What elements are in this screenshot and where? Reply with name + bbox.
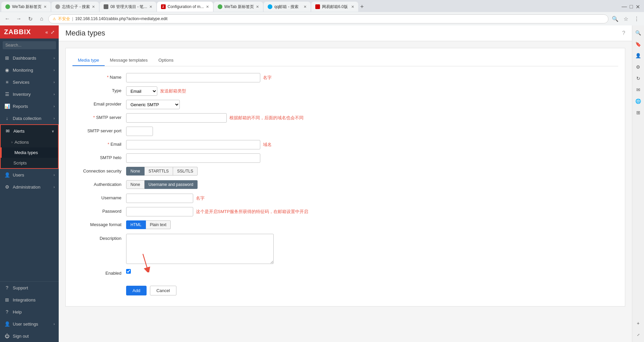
bookmark-button[interactable]: ☆ [621, 14, 631, 23]
email-input[interactable]: zabbix@example.com [126, 140, 260, 149]
username-input[interactable] [126, 194, 193, 203]
inventory-icon: ☰ [4, 91, 10, 97]
right-mail-icon[interactable]: ✉ [634, 85, 643, 94]
right-bookmark-icon[interactable]: 🔖 [634, 40, 643, 49]
right-globe-icon[interactable]: 🌐 [634, 96, 643, 106]
sidebar-search-input[interactable] [3, 41, 56, 49]
reload-button[interactable]: ↻ [25, 14, 35, 23]
email-provider-select[interactable]: Generic SMTP Gmail Office365 SendGrid [126, 100, 180, 109]
password-input[interactable] [126, 207, 193, 216]
new-tab-button[interactable]: + [360, 3, 364, 10]
alerts-section: ✉ Alerts ∨ › Actions Media types [0, 124, 59, 169]
connection-ssltls-button[interactable]: SSL/TLS [173, 167, 198, 176]
sidebar-item-support[interactable]: ? Support [0, 282, 59, 294]
address-bar[interactable]: ⚠ 不安全 | 192.168.116.140/zabbix.php?actio… [48, 14, 608, 23]
tab-close-wetab2[interactable]: ✕ [256, 5, 259, 9]
smtp-helo-input[interactable] [126, 153, 260, 163]
auth-none-button[interactable]: None [126, 180, 145, 189]
sidebar-item-help[interactable]: ? Help [0, 306, 59, 318]
tab-search[interactable]: 忘情公子 - 搜索 ✕ [51, 2, 99, 12]
email-label: Email [72, 140, 126, 147]
smtp-server-annotation: 根据邮箱的不同，后面的域名也会不同 [229, 115, 304, 121]
sidebar-item-users[interactable]: 👤 Users › [0, 169, 59, 181]
sidebar-item-alerts[interactable]: ✉ Alerts ∨ [1, 125, 58, 137]
reports-arrow: › [54, 105, 55, 108]
page-help-icon[interactable]: ? [622, 30, 625, 36]
tab-zabbix[interactable]: Z Configuration of m... ✕ [157, 2, 213, 12]
format-plaintext-button[interactable]: Plain text [146, 220, 171, 229]
type-annotation: 发送邮箱类型 [160, 88, 186, 94]
tab-close-qq[interactable]: ✕ [304, 5, 307, 9]
tab-163[interactable]: 网易邮箱6.0版 ✕ [311, 2, 358, 12]
sidebar-item-user-settings[interactable]: 👤 User settings › [0, 318, 59, 330]
sidebar-item-integrations[interactable]: ⊞ Integrations [0, 294, 59, 306]
connection-starttls-button[interactable]: STARTTLS [145, 167, 173, 176]
smtp-helo-control [126, 153, 618, 163]
tab-close-163[interactable]: ✕ [351, 5, 354, 9]
right-search-icon[interactable]: 🔍 [634, 28, 643, 38]
home-button[interactable]: ⌂ [37, 14, 46, 23]
name-input[interactable] [126, 73, 260, 82]
tab-options[interactable]: Options [153, 55, 179, 66]
type-select[interactable]: Email SMS Script Webhook [126, 86, 157, 96]
cancel-button[interactable]: Cancel [150, 286, 176, 295]
connection-none-button[interactable]: None [126, 167, 145, 176]
tab-close-search[interactable]: ✕ [92, 5, 95, 9]
services-icon: ≡ [4, 79, 10, 85]
format-html-button[interactable]: HTML [126, 220, 146, 229]
address-text: 192.168.116.140/zabbix.php?action=mediat… [75, 16, 167, 21]
forward-button[interactable]: → [14, 14, 23, 23]
right-panel: 🔍 🔖 👤 ⚙ ↻ ✉ 🌐 ⊞ + ⤢ [632, 25, 644, 342]
sidebar-item-administration[interactable]: ⚙ Administration › [0, 181, 59, 193]
add-button[interactable]: Add [126, 286, 147, 295]
settings-button[interactable]: ⋮ [632, 14, 641, 23]
right-plus-icon[interactable]: + [634, 319, 643, 328]
smtp-port-input[interactable]: 25 [126, 127, 153, 136]
data-collection-arrow: › [54, 117, 55, 120]
password-row: Password 这个是开启SMTP服务所获得的特征码，在邮箱设置中开启 [72, 207, 618, 216]
sidebar-item-sign-out[interactable]: ⏻ Sign out [0, 330, 59, 342]
tab-close-manage[interactable]: ✕ [149, 5, 152, 9]
minimize-button[interactable]: — [622, 4, 627, 10]
sidebar-label-sign-out: Sign out [13, 334, 55, 339]
auth-username-button[interactable]: Username and password [145, 180, 198, 189]
smtp-server-input[interactable]: smtp.163.com [126, 113, 227, 123]
tab-wetab-1[interactable]: WeTab 新标签页 ✕ [1, 2, 51, 12]
tab-title-manage: 08 管理大项目 - 笔... [110, 4, 147, 10]
sidebar-subitem-scripts[interactable]: Scripts [1, 158, 58, 168]
type-row: Type Email SMS Script Webhook 发送邮箱类型 [72, 86, 618, 96]
services-arrow: › [54, 80, 55, 84]
right-person-icon[interactable]: 👤 [634, 51, 643, 60]
right-resize-icon[interactable]: ⤢ [634, 330, 643, 339]
tab-message-templates[interactable]: Message templates [105, 55, 153, 66]
close-button[interactable]: ✕ [636, 4, 640, 10]
red-arrow-svg [129, 252, 156, 272]
sidebar-subitem-actions[interactable]: › Actions [1, 137, 58, 147]
tab-title-163: 网易邮箱6.0版 [322, 4, 349, 10]
sidebar-item-inventory[interactable]: ☰ Inventory › [0, 88, 59, 100]
tab-media-type[interactable]: Media type [72, 55, 105, 66]
right-sync-icon[interactable]: ↻ [634, 74, 643, 83]
tab-close-wetab1[interactable]: ✕ [44, 5, 47, 9]
tab-wetab-2[interactable]: WeTab 新标签页 ✕ [214, 2, 263, 12]
back-button[interactable]: ← [3, 14, 12, 23]
tab-manage[interactable]: 08 管理大项目 - 笔... ✕ [100, 2, 156, 12]
maximize-button[interactable]: □ [630, 4, 633, 10]
search-toolbar-button[interactable]: 🔍 [610, 14, 620, 23]
expand-icon[interactable]: ⤢ [51, 29, 55, 35]
sidebar-subitem-media-types[interactable]: Media types [1, 147, 58, 158]
sidebar-item-data-collection[interactable]: ↓ Data collection › [0, 112, 59, 124]
right-settings-icon[interactable]: ⚙ [634, 62, 643, 72]
sidebar-item-monitoring[interactable]: ◉ Monitoring › [0, 64, 59, 76]
password-control: 这个是开启SMTP服务所获得的特征码，在邮箱设置中开启 [126, 207, 618, 216]
collapse-icon[interactable]: « [45, 29, 48, 35]
sidebar-item-dashboards[interactable]: ⊞ Dashboards › [0, 52, 59, 64]
sidebar-item-services[interactable]: ≡ Services › [0, 76, 59, 88]
sidebar-item-reports[interactable]: 📊 Reports › [0, 100, 59, 112]
browser-tabs: WeTab 新标签页 ✕ 忘情公子 - 搜索 ✕ 08 管理大项目 - 笔...… [0, 0, 644, 12]
right-app-icon[interactable]: ⊞ [634, 108, 643, 117]
tab-close-zabbix[interactable]: ✕ [206, 5, 209, 9]
tab-qq[interactable]: qq邮箱 - 搜索 ✕ [264, 2, 311, 12]
email-control: zabbix@example.com 域名 [126, 140, 618, 149]
sidebar-label-alerts: Alerts [13, 129, 49, 134]
